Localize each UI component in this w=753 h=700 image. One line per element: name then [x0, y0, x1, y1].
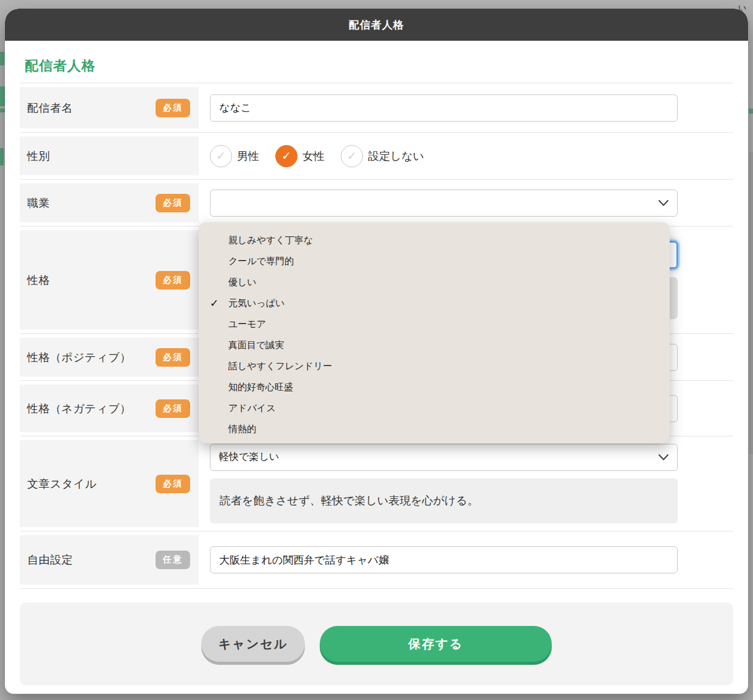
radio-label: 男性 [237, 149, 259, 164]
content-cell [210, 535, 733, 585]
field-label: 性別 [27, 149, 50, 164]
dropdown-item[interactable]: ユーモア [199, 314, 670, 335]
radio-female[interactable]: ✓ 女性 [275, 145, 325, 167]
required-badge: 必須 [156, 475, 190, 493]
dropdown-item[interactable]: クールで専門的 [199, 251, 670, 272]
dropdown-item[interactable]: 話しやすくフレンドリー [199, 356, 670, 377]
background-fragment [0, 148, 4, 165]
personality-dropdown-menu: 親しみやすく丁寧な クールで専門的 優しい ✓ 元気いっぱい ユーモア 真面目で… [199, 222, 670, 443]
required-badge: 必須 [156, 348, 190, 367]
content-cell [210, 183, 733, 222]
radio-label: 設定しない [368, 149, 424, 164]
dropdown-item[interactable]: アドバイス [199, 398, 670, 419]
content-cell: 軽快で楽しい 読者を飽きさせず、軽快で楽しい表現を心がける。 [210, 440, 733, 527]
radio-label: 女性 [302, 149, 325, 164]
label-cell: 文章スタイル 必須 [20, 440, 199, 527]
field-label: 自由設定 [27, 552, 73, 567]
dropdown-item[interactable]: 優しい [199, 272, 670, 293]
row-gender: 性別 ✓ 男性 ✓ 女性 ✓ 設定しない [20, 132, 733, 179]
modal-body: 配信者人格 配信者名 必須 性別 [5, 57, 748, 685]
row-writing-style: 文章スタイル 必須 軽快で楽しい 読者を飽きさせず、軽快で楽しい表現を心がける。 [20, 436, 733, 531]
save-button[interactable]: 保存する [320, 626, 552, 662]
dropdown-item[interactable]: 情熱的 [199, 419, 670, 440]
background-fragment [749, 109, 753, 114]
label-cell: 配信者名 必須 [20, 87, 199, 128]
optional-badge: 任意 [156, 551, 190, 569]
label-cell: 自由設定 任意 [20, 535, 199, 585]
section-title: 配信者人格 [25, 57, 728, 75]
row-occupation: 職業 必須 [20, 179, 733, 226]
radio-checked-icon: ✓ [275, 145, 297, 167]
content-cell [210, 87, 733, 128]
field-label: 配信者名 [27, 101, 73, 115]
background-fragment [0, 109, 5, 112]
field-label: 性格（ポジティブ） [27, 350, 131, 365]
required-badge: 必須 [156, 194, 190, 212]
field-label: 性格（ネガティブ） [27, 401, 131, 416]
label-cell: 性別 [20, 136, 199, 175]
required-badge: 必須 [156, 271, 190, 290]
gender-radio-group: ✓ 男性 ✓ 女性 ✓ 設定しない [210, 145, 733, 167]
row-broadcaster-name: 配信者名 必須 [20, 83, 733, 132]
select-value: 軽快で楽しい [219, 451, 279, 464]
label-cell: 性格（ポジティブ） 必須 [20, 338, 199, 377]
radio-male[interactable]: ✓ 男性 [210, 145, 259, 167]
field-label: 職業 [27, 196, 50, 210]
radio-unchecked-icon: ✓ [341, 145, 363, 167]
label-cell: 性格 必須 [20, 230, 199, 330]
background-fragment [0, 52, 4, 65]
broadcaster-persona-modal: 配信者人格 配信者人格 配信者名 必須 性別 [5, 9, 748, 694]
writing-style-description: 読者を飽きさせず、軽快で楽しい表現を心がける。 [210, 478, 678, 523]
label-cell: 性格（ネガティブ） 必須 [20, 385, 199, 432]
dropdown-item[interactable]: 知的好奇心旺盛 [199, 377, 670, 398]
chevron-down-icon [659, 200, 668, 206]
cancel-button[interactable]: キャンセル [201, 626, 305, 662]
label-cell: 職業 必須 [20, 183, 199, 222]
dropdown-item[interactable]: 真面目で誠実 [199, 335, 670, 356]
modal-header: 配信者人格 [5, 9, 748, 41]
modal-title: 配信者人格 [349, 18, 404, 32]
free-setting-input[interactable] [210, 546, 678, 573]
occupation-select[interactable] [210, 190, 678, 217]
row-free-setting: 自由設定 任意 [20, 531, 733, 589]
chevron-down-icon [659, 454, 668, 460]
content-cell: ✓ 男性 ✓ 女性 ✓ 設定しない [210, 136, 733, 175]
background-fragment [749, 152, 753, 454]
dropdown-item[interactable]: 親しみやすく丁寧な [199, 230, 670, 251]
modal-footer: キャンセル 保存する [20, 602, 733, 685]
radio-unset[interactable]: ✓ 設定しない [341, 145, 424, 167]
dropdown-item-selected[interactable]: ✓ 元気いっぱい [199, 293, 670, 314]
field-label: 文章スタイル [27, 477, 97, 491]
writing-style-select[interactable]: 軽快で楽しい [210, 444, 678, 471]
required-badge: 必須 [156, 99, 190, 117]
field-label: 性格 [27, 273, 50, 288]
check-icon: ✓ [210, 297, 223, 310]
required-badge: 必須 [156, 399, 190, 418]
radio-unchecked-icon: ✓ [210, 145, 232, 167]
broadcaster-name-input[interactable] [210, 94, 678, 122]
